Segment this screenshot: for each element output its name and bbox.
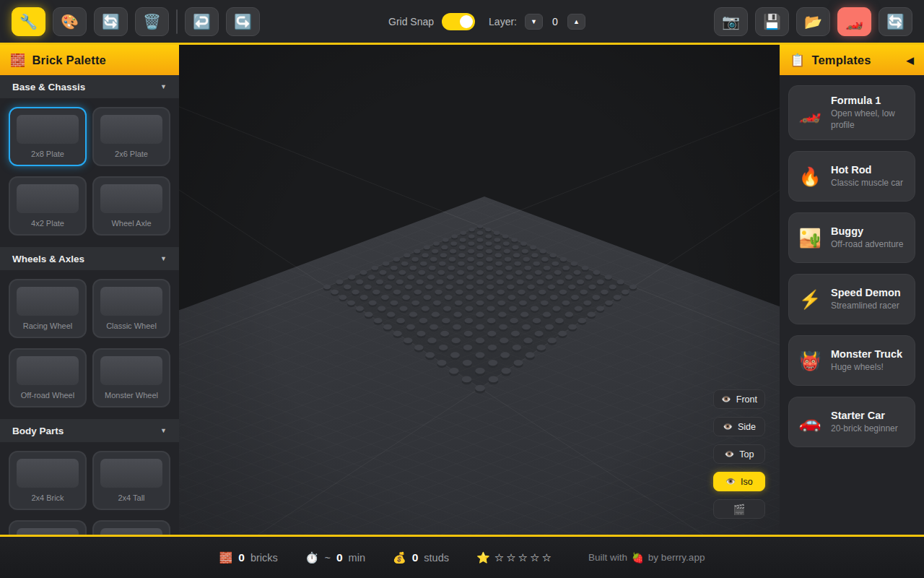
toolbar-center: Grid Snap Layer: ▼ 0 ▲ [260, 13, 714, 30]
triangle-up-icon: ▲ [573, 18, 580, 25]
reset-icon: 🔄 [886, 13, 905, 30]
template-text: Starter Car20-brick beginner [831, 410, 898, 435]
brick-card[interactable]: 2x6 Plate [92, 107, 170, 166]
grid-snap-toggle[interactable] [442, 13, 475, 30]
wrench-icon: 🔧 [19, 13, 38, 30]
view-button-label: Iso [741, 477, 753, 487]
stat-unit: min [349, 552, 365, 564]
template-card[interactable]: 🔥Hot RodClassic muscle car [788, 151, 915, 202]
brick-preview [100, 287, 162, 316]
view-iso-button[interactable]: 👁️Iso [713, 472, 765, 491]
brick-card[interactable]: Monster Wheel [92, 348, 170, 407]
stopwatch-icon: ⏱️ [305, 551, 319, 564]
brick-grid-2: 2x4 Brick2x4 Tall [0, 442, 179, 535]
template-card[interactable]: 🏜️BuggyOff-road adventure [788, 212, 915, 263]
brick-label: Wheel Axle [100, 219, 162, 228]
stat-unit: bricks [250, 552, 278, 564]
brick-card[interactable]: Wheel Axle [92, 176, 170, 236]
layer-down-button[interactable]: ▼ [525, 14, 543, 30]
template-desc: 20-brick beginner [831, 423, 898, 435]
toolbar: 🔧🎨🔄🗑️ ↩️↪️ Grid Snap Layer: ▼ 0 ▲ 📷💾📂🏎️🔄 [0, 0, 924, 45]
status-stats: 🧱0bricks⏱️~0min💰0studs [219, 551, 449, 564]
layer-up-button[interactable]: ▲ [567, 14, 585, 30]
reset-button[interactable]: 🔄 [879, 7, 912, 36]
view-top-button[interactable]: 👁️Top [713, 444, 765, 464]
credit: Built with 🍓 by berrry.app [588, 552, 705, 564]
brick-card[interactable]: Classic Wheel [92, 279, 170, 338]
view-button-label: Top [739, 449, 754, 460]
screenshot-button[interactable]: 📷 [714, 7, 748, 36]
star-empty-icons: ☆☆☆☆☆ [494, 551, 554, 564]
brick-label: Monster Wheel [100, 391, 162, 400]
templates-title: Templates [811, 53, 871, 67]
brick-card[interactable]: 4x2 Plate [9, 176, 87, 236]
brick-preview [17, 528, 79, 535]
template-title: Formula 1 [831, 95, 906, 106]
build-canvas[interactable]: 👁️Front👁️Side👁️Top👁️Iso🎬 [179, 45, 780, 535]
brick-preview [17, 184, 79, 213]
brick-icon: 🧱 [219, 551, 233, 564]
paint-button[interactable]: 🎨 [53, 7, 87, 36]
floppy-icon: 💾 [763, 13, 781, 30]
view-button-label: Side [738, 422, 756, 432]
build-time: ⏱️~0min [305, 551, 365, 564]
undo-button[interactable]: ↩️ [185, 7, 219, 36]
redo-button[interactable]: ↪️ [226, 7, 260, 36]
brick-palette-header: 🧱 Brick Palette [0, 45, 179, 75]
template-card[interactable]: 🚗Starter Car20-brick beginner [788, 397, 915, 447]
clapper-icon: 🎬 [733, 504, 745, 515]
template-title: Buggy [831, 225, 904, 237]
delete-button[interactable]: 🗑️ [135, 7, 169, 36]
template-desc: Huge wheels! [831, 362, 902, 374]
grid-snap-label: Grid Snap [388, 16, 434, 27]
template-desc: Open wheel, low profile [831, 108, 906, 131]
brick-card[interactable]: 2x8 Plate [9, 107, 87, 166]
templates-panel: 📋 Templates ◀ 🏎️Formula 1Open wheel, low… [780, 45, 924, 535]
undo-icon: ↩️ [193, 13, 211, 30]
section-header-0[interactable]: Base & Chassis▼ [0, 75, 179, 98]
template-text: Formula 1Open wheel, low profile [831, 95, 906, 131]
view-buttons: 👁️Front👁️Side👁️Top👁️Iso🎬 [713, 389, 765, 519]
chevron-down-icon: ▼ [160, 255, 167, 262]
brick-card[interactable]: 2x4 Tall [92, 451, 170, 510]
chevron-down-icon: ▼ [160, 427, 167, 434]
view-front-button[interactable]: 👁️Front [713, 389, 765, 409]
template-card[interactable]: 👹Monster TruckHuge wheels! [788, 335, 915, 386]
brick-palette-title: Brick Palette [32, 53, 106, 67]
template-card[interactable]: ⚡Speed DemonStreamlined racer [788, 274, 915, 324]
view-side-button[interactable]: 👁️Side [713, 417, 765, 436]
app-window: 🔧🎨🔄🗑️ ↩️↪️ Grid Snap Layer: ▼ 0 ▲ 📷💾📂🏎️🔄… [0, 0, 924, 578]
brick-preview [100, 115, 162, 144]
stat-unit: studs [424, 552, 449, 564]
brick-card[interactable] [92, 520, 170, 535]
vignette [179, 45, 780, 535]
templates-list: 🏎️Formula 1Open wheel, low profile🔥Hot R… [780, 75, 924, 535]
template-text: Monster TruckHuge wheels! [831, 348, 902, 374]
rotate-button[interactable]: 🔄 [94, 7, 128, 36]
section-header-1[interactable]: Wheels & Axles▼ [0, 247, 179, 270]
brick-preview [100, 528, 162, 535]
trash-icon: 🗑️ [143, 13, 161, 30]
template-desc: Classic muscle car [831, 178, 903, 189]
save-button[interactable]: 💾 [755, 7, 789, 36]
section-label: Base & Chassis [12, 82, 85, 92]
collapse-arrow-icon[interactable]: ◀ [907, 55, 914, 66]
brick-card[interactable] [9, 520, 87, 535]
load-button[interactable]: 📂 [796, 7, 830, 36]
racecar-button[interactable]: 🏎️ [837, 7, 871, 36]
star-filled-icon: ⭐ [476, 551, 490, 564]
turntable-button[interactable]: 🎬 [713, 499, 765, 519]
ogre-icon: 👹 [798, 350, 822, 371]
section-header-2[interactable]: Body Parts▼ [0, 419, 179, 442]
brick-preview [17, 287, 79, 316]
section-label: Body Parts [12, 426, 64, 436]
3d-scene[interactable] [179, 45, 780, 535]
tools-button[interactable]: 🔧 [12, 7, 45, 36]
template-desc: Off-road adventure [831, 239, 904, 251]
template-card[interactable]: 🏎️Formula 1Open wheel, low profile [788, 85, 915, 140]
brick-label: Classic Wheel [100, 322, 162, 331]
brick-card[interactable]: Off-road Wheel [9, 348, 87, 407]
brick-card[interactable]: Racing Wheel [9, 279, 87, 338]
template-title: Hot Rod [831, 164, 903, 176]
brick-card[interactable]: 2x4 Brick [9, 451, 87, 510]
